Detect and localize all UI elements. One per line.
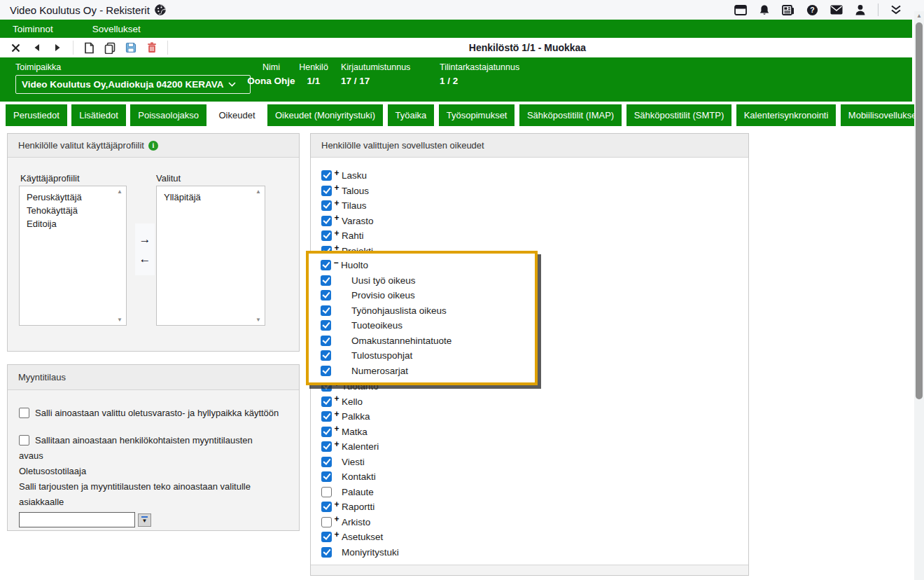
permission-checkbox-checked[interactable]: [321, 260, 331, 270]
expand-plus-icon[interactable]: +: [332, 228, 342, 238]
selected-profiles-listbox[interactable]: ▲ ▼ Ylläpitäjä: [156, 186, 265, 326]
expand-plus-icon[interactable]: +: [332, 394, 342, 403]
permission-row-talous: + Talous: [311, 184, 748, 199]
user-icon[interactable]: [855, 4, 866, 15]
transfer-buttons: → ←: [135, 223, 155, 275]
tab-oikeudet[interactable]: Oikeudet: [211, 104, 263, 126]
scroll-down-icon[interactable]: ▼: [255, 317, 261, 323]
permission-checkbox-checked[interactable]: [321, 532, 332, 542]
tab-poissaolojakso[interactable]: Poissaolojakso: [130, 104, 206, 126]
expand-plus-icon[interactable]: +: [332, 409, 342, 419]
permission-checkbox-unchecked[interactable]: [321, 517, 332, 527]
permission-checkbox-checked[interactable]: [321, 502, 332, 512]
application-permissions-panel-header: Henkilölle valittujen sovellusten oikeud…: [311, 134, 748, 158]
previous-arrow-icon: [34, 43, 40, 52]
permission-checkbox-checked[interactable]: [321, 350, 331, 361]
expand-plus-icon[interactable]: +: [332, 499, 342, 509]
window-icon[interactable]: [734, 5, 747, 15]
permission-checkbox-checked[interactable]: [321, 396, 332, 407]
permission-checkbox-checked[interactable]: [321, 200, 332, 211]
permission-checkbox-checked[interactable]: [321, 275, 331, 286]
permission-checkbox-checked[interactable]: [321, 547, 332, 558]
move-left-button[interactable]: ←: [139, 251, 151, 267]
toolbar-divider: [167, 41, 168, 55]
toimipaikka-select[interactable]: Video Koulutus Oy,Audiokuja 04200 KERAVA: [15, 75, 251, 94]
tab-sähköpostitilit-imap[interactable]: Sähköpostitilit (IMAP): [519, 104, 622, 126]
info-icon[interactable]: i: [148, 141, 158, 151]
help-icon[interactable]: ?: [806, 4, 818, 16]
customer-dropdown-button[interactable]: ▼: [138, 513, 151, 527]
previous-record-button[interactable]: [28, 39, 45, 56]
permission-label: Uusi työ oikeus: [351, 275, 416, 286]
notification-bell-icon[interactable]: [759, 4, 770, 16]
close-button[interactable]: [7, 39, 24, 56]
permission-label: Kello: [342, 396, 363, 407]
scroll-up-icon[interactable]: ▲: [914, 13, 924, 19]
permission-checkbox-checked[interactable]: [321, 170, 332, 181]
checkbox-unchecked[interactable]: [19, 408, 29, 418]
tab-sähköpostitilit-smtp[interactable]: Sähköpostitilit (SMTP): [626, 104, 732, 126]
scroll-up-icon[interactable]: ▲: [255, 188, 261, 195]
expand-plus-icon[interactable]: +: [332, 439, 342, 449]
permission-checkbox-checked[interactable]: [321, 427, 332, 437]
panel-title: Myyntitilaus: [18, 365, 66, 389]
permission-checkbox-checked[interactable]: [321, 320, 331, 331]
permission-checkbox-checked[interactable]: [321, 305, 331, 316]
permission-label: Tilaus: [342, 200, 367, 211]
tab-työsopimukset[interactable]: Työsopimukset: [439, 104, 515, 126]
expand-plus-icon[interactable]: +: [332, 213, 342, 223]
tab-työaika[interactable]: Työaika: [388, 104, 435, 126]
available-profiles-listbox[interactable]: ▲ ▼ Peruskäyttäjä Tehokäyttäjä Editoija: [19, 186, 127, 326]
default-warehouse-checkbox-row[interactable]: Salli ainoastaan valittu oletusvarasto- …: [19, 406, 288, 421]
permission-row-huolto: − Huolto: [310, 258, 535, 273]
scroll-up-icon[interactable]: ▲: [117, 188, 122, 195]
collapse-double-chevron-icon[interactable]: [890, 5, 902, 15]
expand-plus-icon[interactable]: +: [332, 198, 342, 208]
expand-plus-icon[interactable]: +: [332, 424, 342, 434]
permission-checkbox-checked[interactable]: [321, 216, 332, 226]
menu-item-sovellukset[interactable]: Sovellukset: [92, 24, 141, 34]
news-icon[interactable]: [782, 5, 794, 15]
copy-record-button[interactable]: [102, 39, 118, 56]
permission-checkbox-checked[interactable]: [321, 457, 332, 467]
menu-item-toiminnot[interactable]: Toiminnot: [13, 24, 53, 34]
next-record-button[interactable]: [49, 39, 66, 56]
listbox-option[interactable]: Ylläpitäjä: [157, 191, 265, 204]
tab-kalenterisynkronointi[interactable]: Kalenterisynkronointi: [736, 104, 836, 126]
permission-checkbox-checked[interactable]: [321, 471, 332, 482]
permission-checkbox-checked[interactable]: [321, 336, 331, 346]
listbox-option[interactable]: Tehokäyttäjä: [20, 204, 126, 217]
expand-plus-icon[interactable]: +: [332, 168, 342, 178]
save-record-button[interactable]: [122, 39, 139, 56]
permission-checkbox-checked[interactable]: [321, 186, 332, 196]
expand-plus-icon[interactable]: +: [332, 530, 342, 539]
scrollbar-thumb[interactable]: [916, 22, 923, 399]
permission-checkbox-checked[interactable]: [321, 411, 332, 422]
permission-checkbox-checked[interactable]: [321, 230, 332, 241]
scroll-down-icon[interactable]: ▼: [117, 317, 122, 323]
expand-plus-icon[interactable]: +: [332, 183, 342, 193]
listbox-option[interactable]: Peruskäyttäjä: [20, 191, 126, 204]
checkbox-unchecked[interactable]: [19, 435, 29, 446]
move-right-button[interactable]: →: [139, 232, 151, 247]
customer-input[interactable]: [19, 512, 135, 527]
tab-lisätiedot[interactable]: Lisätiedot: [71, 104, 126, 126]
new-record-button[interactable]: [80, 39, 97, 56]
vertical-scrollbar[interactable]: ▲: [914, 11, 924, 580]
permission-checkbox-checked[interactable]: [321, 366, 331, 376]
personal-sales-orders-checkbox-row[interactable]: Sallitaan ainoastaan henkilökohtaisten m…: [19, 433, 279, 464]
permission-checkbox-unchecked[interactable]: [321, 487, 332, 497]
tab-mobiilisovellukset[interactable]: Mobiilisovellukset: [841, 104, 924, 126]
tab-oikeudet-moniyritystuki[interactable]: Oikeudet (Moniyritystuki): [267, 104, 383, 126]
expand-plus-icon[interactable]: +: [332, 514, 342, 524]
permission-checkbox-checked[interactable]: [321, 441, 332, 452]
tab-strip: Perustiedot Lisätiedot Poissaolojakso Oi…: [0, 104, 912, 126]
permission-row-omakustannehintatuote: Omakustannehintatuote: [310, 333, 535, 349]
collapse-minus-icon[interactable]: −: [331, 258, 341, 268]
listbox-option[interactable]: Editoija: [20, 217, 126, 230]
permission-checkbox-checked[interactable]: [321, 290, 331, 301]
mail-icon[interactable]: [830, 5, 843, 15]
tab-perustiedot[interactable]: Perustiedot: [6, 104, 67, 126]
delete-record-button[interactable]: [144, 39, 160, 56]
field-tilintarkastajatunnus: Tilintarkastajatunnus 1 / 2: [440, 62, 562, 86]
